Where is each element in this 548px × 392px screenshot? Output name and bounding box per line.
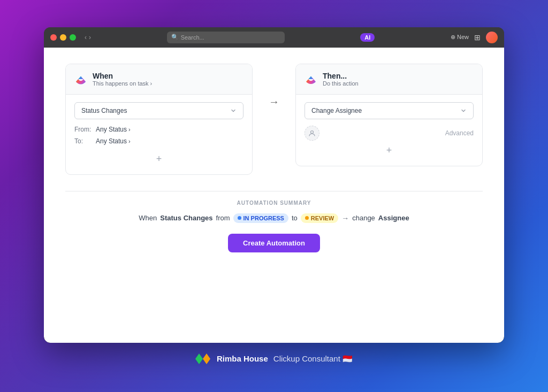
section-divider xyxy=(65,191,483,191)
from-row: From: Any Status xyxy=(74,126,243,133)
when-title: When xyxy=(93,72,152,80)
ai-badge[interactable]: AI xyxy=(360,33,375,42)
summary-from: from xyxy=(216,214,230,222)
summary-title: AUTOMATION SUMMARY xyxy=(65,200,483,206)
when-subtitle[interactable]: This happens on task › xyxy=(93,80,152,87)
summary-to: to xyxy=(292,214,298,222)
titlebar-search[interactable]: 🔍 Search... xyxy=(167,32,285,43)
maximize-button[interactable] xyxy=(70,34,76,41)
right-arrow-icon: → xyxy=(269,96,279,108)
traffic-lights xyxy=(50,34,76,41)
new-button[interactable]: ⊕ New xyxy=(451,34,469,41)
clickup-logo-then xyxy=(305,73,317,86)
from-label: From: xyxy=(74,126,92,133)
when-card-header: When This happens on task › xyxy=(66,64,252,95)
then-title: Then... xyxy=(323,72,359,80)
brand-logo xyxy=(195,352,211,365)
trigger-action-row: When This happens on task › Status Chang… xyxy=(65,64,483,175)
search-placeholder: Search... xyxy=(181,34,204,41)
clickup-logo-when xyxy=(74,73,87,86)
close-button[interactable] xyxy=(50,34,57,41)
chevron-down-icon xyxy=(230,107,237,114)
app-content: When This happens on task › Status Chang… xyxy=(44,48,504,343)
assignee-row: Advanced xyxy=(305,126,474,141)
to-value[interactable]: Any Status xyxy=(96,137,131,145)
summary-flow: When Status Changes from IN PROGRESS to … xyxy=(65,213,483,223)
arrow-connector: → xyxy=(263,96,285,108)
svg-marker-3 xyxy=(203,353,210,364)
chevron-down-icon xyxy=(460,107,467,114)
in-progress-label: IN PROGRESS xyxy=(243,215,284,221)
then-card: Then... Do this action Change Assignee xyxy=(295,64,483,166)
footer-brand: Rimba House Clickup Consultant 🇮🇩 xyxy=(195,352,353,365)
when-card: When This happens on task › Status Chang… xyxy=(65,64,253,175)
review-badge: REVIEW xyxy=(301,213,338,223)
brand-diamonds xyxy=(195,352,211,365)
review-label: REVIEW xyxy=(311,215,334,221)
when-add-row[interactable]: + xyxy=(74,149,243,167)
search-icon: 🔍 xyxy=(171,34,179,41)
then-card-header: Then... Do this action xyxy=(296,64,482,95)
svg-marker-2 xyxy=(195,353,203,364)
back-arrow[interactable]: ‹ xyxy=(85,34,87,41)
trigger-dropdown[interactable]: Status Changes xyxy=(74,102,243,119)
action-dropdown[interactable]: Change Assignee xyxy=(305,102,474,119)
summary-when: When xyxy=(139,214,157,222)
summary-arrow: → xyxy=(341,214,349,222)
then-header-text: Then... Do this action xyxy=(323,72,359,87)
from-value[interactable]: Any Status xyxy=(96,126,131,133)
summary-action: Status Changes xyxy=(160,214,212,222)
brand-name: Rimba House xyxy=(217,354,268,363)
grid-icon[interactable]: ⊞ xyxy=(474,33,481,42)
then-card-body: Change Assignee xyxy=(296,95,482,166)
advanced-label[interactable]: Advanced xyxy=(445,129,474,137)
forward-arrow[interactable]: › xyxy=(89,34,91,41)
summary-assignee: Assignee xyxy=(378,214,409,222)
minimize-button[interactable] xyxy=(60,34,66,41)
in-progress-badge: IN PROGRESS xyxy=(233,213,288,223)
nav-arrows: ‹ › xyxy=(85,34,91,41)
when-card-body: Status Changes From: Any Status To: Any … xyxy=(66,95,252,174)
when-header-text: When This happens on task › xyxy=(93,72,152,87)
titlebar-right: ⊕ New ⊞ xyxy=(451,32,498,43)
brand-sub: Clickup Consultant 🇮🇩 xyxy=(273,354,353,364)
review-dot xyxy=(305,216,309,220)
then-add-row[interactable]: + xyxy=(305,141,474,158)
trigger-dropdown-value: Status Changes xyxy=(81,107,127,114)
summary-change: change xyxy=(352,214,375,222)
user-avatar[interactable] xyxy=(486,32,498,43)
to-label: To: xyxy=(74,137,92,145)
then-subtitle: Do this action xyxy=(323,80,359,87)
create-automation-button[interactable]: Create Automation xyxy=(228,234,320,252)
assignee-add-icon[interactable] xyxy=(305,126,319,141)
browser-titlebar: ‹ › 🔍 Search... AI ⊕ New ⊞ xyxy=(44,27,504,48)
svg-point-1 xyxy=(311,130,314,133)
to-row: To: Any Status xyxy=(74,137,243,145)
in-progress-dot xyxy=(238,216,241,220)
automation-summary: AUTOMATION SUMMARY When Status Changes f… xyxy=(65,200,483,252)
action-dropdown-value: Change Assignee xyxy=(311,107,362,114)
browser-window: ‹ › 🔍 Search... AI ⊕ New ⊞ xyxy=(44,27,504,343)
browser-content: When This happens on task › Status Chang… xyxy=(44,48,504,343)
